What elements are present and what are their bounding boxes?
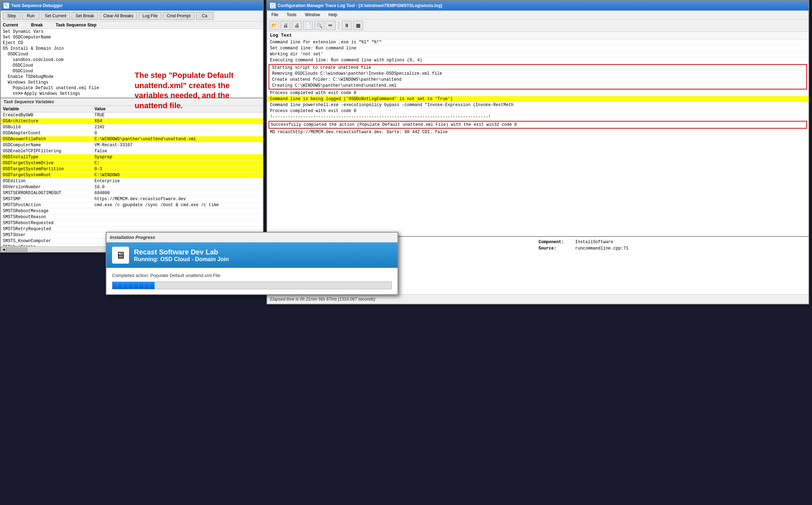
var-row: OSDAdapterCount0 [1, 130, 263, 136]
install-action-text: Completed action: Populate Default unatt… [112, 273, 392, 278]
var-row: SMSTSPostActioncmd.exe /c gpupdate /sync… [1, 202, 263, 208]
print-button[interactable]: 🖨 [281, 21, 290, 30]
ts-debugger-title: Task Sequence Debugger [11, 3, 63, 8]
taskbar [0, 487, 812, 505]
install-title-text: Recast Software Dev Lab Running: OSD Clo… [134, 248, 229, 263]
log-row: Starting script to create unattend file [269, 65, 806, 71]
var-row: OSBuild21H2 [1, 124, 263, 130]
progress-segment [134, 282, 139, 289]
log-row-success: Successfully completed the action (Popul… [271, 122, 805, 127]
progress-segment [144, 282, 149, 289]
var-row: OSDTargetSystemDriveC: [1, 160, 263, 166]
red-border-group: Starting script to create unattend file … [269, 64, 807, 90]
scroll-left-arrow[interactable]: ◀ [1, 247, 6, 252]
cmd-prompt-button[interactable]: Cmd Prompt [163, 12, 194, 20]
set-break-button[interactable]: Set Break [72, 12, 98, 20]
var-row: OSDEnableTCPIPFilteringfalse [1, 148, 263, 154]
toolbar-separator [338, 21, 339, 30]
var-row: SMSTSMPhttps://MEMCM.dev.recastsoftware.… [1, 196, 263, 202]
log-row: Command line powershell.exe -executionpo… [267, 102, 808, 108]
log-row: Process completed with exit code 0 [267, 108, 808, 114]
var-row: CreatedByGWBTRUE [1, 112, 263, 118]
var-col-header-name: Variable [3, 106, 94, 111]
progress-bar-fill [112, 282, 155, 289]
col-header-current: Current [3, 23, 31, 27]
var-row: OSDTargetSystemPartition0-3 [1, 166, 263, 172]
install-body: Completed action: Populate Default unatt… [106, 268, 398, 294]
trace-toolbar: 📂 🖨 🖨 📄 🔍 ✏ ⏸ ▦ [267, 19, 808, 32]
menu-tools[interactable]: Tools [285, 12, 298, 18]
var-row: OSDAnswerFilePathC:\WINDOWS\panther\unat… [1, 136, 263, 142]
var-row: SMSTSRebootRequested [1, 220, 263, 226]
install-main-title: Recast Software Dev Lab [134, 248, 229, 256]
find-button[interactable]: 🔍 [314, 21, 324, 30]
pause-button[interactable]: ⏸ [342, 21, 352, 30]
ts-debugger-titlebar: 🔧 Task Sequence Debugger [1, 1, 263, 11]
var-row: SMSTSERRORDIALOGTIMEOUT604800 [1, 190, 263, 196]
progress-segment [128, 282, 134, 289]
source-value: runcommandline.cpp:71 [575, 246, 806, 251]
elapsed-time: Elapsed time is 0h 21min 56s 67ms (1316.… [267, 294, 808, 304]
progress-segment [149, 282, 155, 289]
log-row: Command line for extension .exe is "%1" … [267, 39, 808, 45]
run-button[interactable]: Run [22, 12, 39, 20]
progress-segment [118, 282, 123, 289]
step-column-headers: Current Break Task Sequence Step [1, 21, 263, 29]
list-item: OSDCloud [1, 63, 263, 68]
set-current-button[interactable]: Set Current [41, 12, 70, 20]
trace-log-titlebar: 📋 Configuration Manager Trace Log Tool -… [267, 1, 808, 11]
scrollbar-thumb[interactable] [6, 247, 27, 252]
log-row: Set command line: Run command line [267, 45, 808, 51]
list-item: OSDCloud [1, 51, 263, 57]
copy-button[interactable]: 📄 [303, 21, 313, 30]
list-item: Eject CD [1, 40, 263, 46]
var-row: SMSTSRebootMessage [1, 208, 263, 214]
clear-all-breaks-button[interactable]: Clear All Breaks [99, 12, 137, 20]
log-row: Create unattend folder: C:\WINDOWS\panth… [269, 77, 806, 83]
ts-debugger-window: 🔧 Task Sequence Debugger Step Run Set Cu… [0, 0, 264, 253]
install-icon: 🖥 [112, 247, 129, 264]
step-button[interactable]: Step [3, 12, 20, 20]
success-border-group: Successfully completed the action (Popul… [269, 121, 807, 129]
ts-debugger-toolbar: Step Run Set Current Set Break Clear All… [1, 11, 263, 21]
source-label: Source: [539, 246, 574, 251]
install-sub-title: Running: OSD Cloud - Domain Join [134, 256, 229, 263]
install-progress-dialog: Installation Progress 🖥 Recast Software … [106, 232, 398, 295]
install-header: 🖥 Recast Software Dev Lab Running: OSD C… [106, 242, 398, 268]
log-row: !---------------------------------------… [267, 114, 808, 120]
component-label: Component: [539, 240, 574, 245]
var-row: OSDInstallTypeSysprep [1, 154, 263, 160]
log-row: MD recasthttp://MEMCM.dev.recastsoftware… [267, 129, 808, 135]
edit-button[interactable]: ✏ [326, 21, 336, 30]
print2-button[interactable]: 🖨 [292, 21, 302, 30]
view-button[interactable]: ▦ [353, 21, 363, 30]
var-row: SMSTSRebootReason [1, 214, 263, 220]
col-header-break: Break [31, 23, 56, 27]
annotation-text: The step "Populate Default unattend.xml"… [135, 70, 251, 111]
trace-log-icon: 📋 [270, 3, 276, 8]
log-row: Executing command line: Run command line… [267, 57, 808, 63]
menu-file[interactable]: File [270, 12, 279, 18]
list-item: Set Dynamic Vars [1, 29, 263, 35]
var-row: OSEditionEnterprise [1, 178, 263, 184]
menu-help[interactable]: Help [327, 12, 339, 18]
var-row: OSDComputerNameVM-Recast-33107 [1, 142, 263, 148]
var-row: OSVersionNumber10.0 [1, 184, 263, 190]
progress-segment [139, 282, 144, 289]
install-progress-titlebar: Installation Progress [106, 233, 398, 242]
menubar: File Tools Window Help [267, 11, 808, 19]
ca-button[interactable]: Ca [196, 12, 214, 20]
log-row: Process completed with exit code 0 [267, 90, 808, 96]
list-item: Set OSDComputerName [1, 35, 263, 40]
log-row: Removing OSDClouds C:\windows\panther\In… [269, 71, 806, 77]
open-button[interactable]: 📂 [269, 21, 279, 30]
log-row: Creating C:\WINDOWS\panther\unattend\una… [269, 83, 806, 89]
log-file-button[interactable]: Log File [139, 12, 161, 20]
log-content-area[interactable]: Log Text Command line for extension .exe… [267, 32, 808, 236]
variable-list[interactable]: CreatedByGWBTRUE OSArchitectureX64 OSBui… [1, 112, 263, 246]
list-item: OS Install & Domain Join [1, 46, 263, 51]
log-row-highlighted: Command line is being logged ('OSDDoNotL… [267, 96, 808, 102]
ts-debugger-icon: 🔧 [4, 3, 9, 8]
menu-window[interactable]: Window [303, 12, 321, 18]
component-value: InstallSoftware [575, 240, 806, 245]
